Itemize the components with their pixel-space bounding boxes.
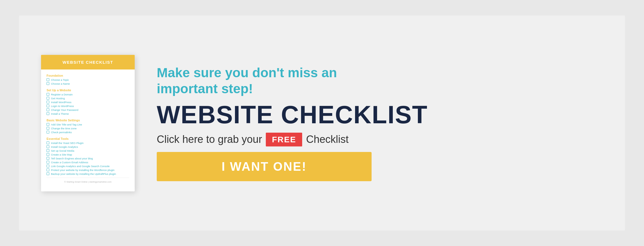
checkbox-icon — [47, 101, 49, 103]
click-text-before: Click here to grab your — [157, 133, 262, 145]
checkbox-icon — [47, 97, 49, 100]
doc-header-title: WEBSITE CHECKLIST — [47, 60, 129, 65]
list-item: Change the time zone — [47, 127, 129, 130]
checkbox-icon — [47, 131, 49, 133]
checkbox-icon — [47, 157, 49, 160]
list-item: Install the Yoast SEO Plugin — [47, 141, 129, 145]
main-title: WEBSITE CHECKLIST — [157, 102, 603, 127]
list-item: Register a Domain — [47, 93, 129, 96]
list-item: Protect your website by installing the W… — [47, 169, 129, 172]
checkbox-icon — [47, 108, 49, 111]
checkbox-icon — [47, 105, 49, 107]
list-item: Install WordPress — [47, 101, 129, 104]
doc-header: WEBSITE CHECKLIST — [41, 55, 135, 69]
click-text-after: Checklist — [306, 133, 348, 145]
list-item: Check permalinks — [47, 131, 129, 134]
cta-button[interactable]: I WANT ONE! — [157, 152, 372, 181]
list-item: Login to WordPress — [47, 105, 129, 108]
list-item: Add Site Title and Tag Line — [47, 123, 129, 126]
list-item: Choose a Name — [47, 82, 129, 85]
list-item: Choose a Topic — [47, 78, 129, 81]
section-title-foundation: Foundation — [47, 74, 129, 77]
checklist-document: WEBSITE CHECKLIST Foundation Choose a To… — [41, 55, 135, 191]
list-item: Create a Site Map — [47, 153, 129, 156]
checkbox-icon — [47, 145, 49, 148]
list-item: Backup your website by installing the Up… — [47, 172, 129, 175]
section-title-tools: Essential Tools — [47, 137, 129, 140]
doc-footer: © Starting Smart Online | startingsmarto… — [47, 178, 129, 186]
checkbox-icon — [47, 78, 49, 81]
list-item: Create a Custom Email Address — [47, 161, 129, 164]
tagline: Make sure you don't miss animportant ste… — [157, 65, 372, 97]
cta-content: Make sure you don't miss animportant ste… — [135, 65, 603, 181]
free-badge: FREE — [266, 133, 302, 146]
list-item: Get Hosting — [47, 97, 129, 100]
list-item: Set up Social Media — [47, 149, 129, 152]
list-item: Install Google Analytics — [47, 145, 129, 148]
list-item: Install a Theme — [47, 112, 129, 115]
checkbox-icon — [47, 93, 49, 96]
list-item: Link Google Analytics and Google Search … — [47, 165, 129, 168]
checkbox-icon — [47, 123, 49, 126]
checkbox-icon — [47, 172, 49, 175]
doc-body: Foundation Choose a Topic Choose a Name … — [41, 69, 135, 191]
checkbox-icon — [47, 161, 49, 164]
section-title-basic: Basic Website Settings — [47, 119, 129, 122]
checkbox-icon — [47, 165, 49, 167]
checkbox-icon — [47, 153, 49, 156]
checkbox-icon — [47, 127, 49, 130]
checkbox-icon — [47, 141, 49, 144]
checkbox-icon — [47, 169, 49, 171]
banner-container: WEBSITE CHECKLIST Foundation Choose a To… — [19, 15, 625, 231]
list-item: Tell Search Engines about your blog — [47, 157, 129, 160]
section-title-setup: Set Up a Website — [47, 89, 129, 92]
checkbox-icon — [47, 149, 49, 152]
list-item: Change Your Password — [47, 108, 129, 111]
checkbox-icon — [47, 82, 49, 85]
checkbox-icon — [47, 112, 49, 115]
click-line: Click here to grab your FREE Checklist — [157, 133, 603, 146]
